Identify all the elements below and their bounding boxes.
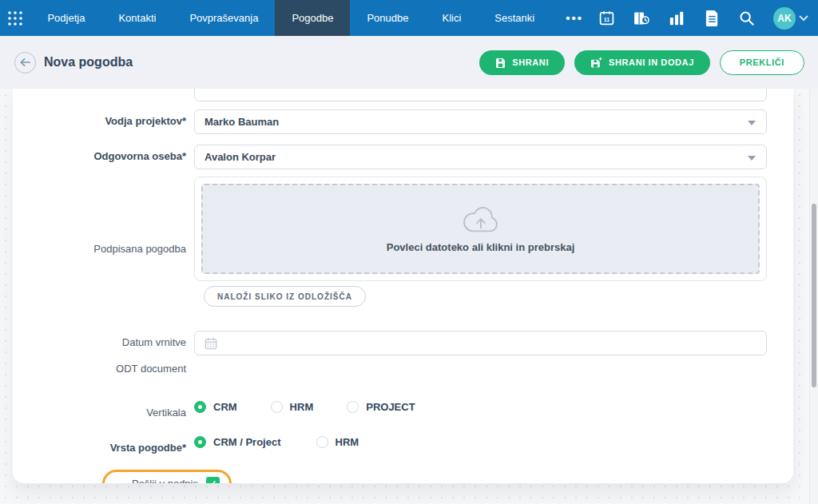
- vertical-option-hrm-label: HRM: [290, 401, 314, 413]
- radio-icon[interactable]: [347, 401, 359, 413]
- return-date-label: Datum vrnitve: [13, 336, 186, 349]
- send-to-signing-highlight: Pošlji v podpis ✓: [102, 470, 232, 483]
- signed-contract-label: Podpisana pogodba: [13, 243, 186, 256]
- vertical-option-project-label: PROJECT: [366, 401, 415, 413]
- scroll-area: Vodja projektov* Marko Bauman Odgovorna …: [0, 89, 818, 504]
- vertical-label: Vertikala: [13, 407, 186, 419]
- send-to-signing-checkbox[interactable]: ✓: [206, 477, 220, 483]
- cancel-button-label: PREKLIČI: [740, 58, 784, 67]
- save-button-label: SHRANI: [512, 58, 549, 67]
- vertical-option-crm-label: CRM: [213, 401, 237, 413]
- save-plus-icon: [590, 57, 602, 69]
- page-header: Nova pogodba SHRANI SHRANI IN DOD: [0, 36, 818, 89]
- tab-kontakti[interactable]: Kontakti: [101, 0, 173, 36]
- form-card: Vodja projektov* Marko Bauman Odgovorna …: [13, 89, 793, 483]
- search-icon[interactable]: [738, 10, 756, 27]
- tab-ponudbe[interactable]: Ponudbe: [350, 0, 425, 36]
- select-arrow-icon: [748, 156, 756, 161]
- save-and-add-button-label: SHRANI IN DODAJ: [609, 58, 694, 67]
- vertical-option-hrm[interactable]: HRM: [271, 401, 314, 413]
- cloud-upload-icon: [459, 204, 502, 236]
- upload-from-clipboard-button[interactable]: NALOŽI SLIKO IZ ODLOŽIŠČA: [204, 286, 366, 307]
- user-menu[interactable]: AK: [773, 7, 808, 30]
- tab-pogodbe[interactable]: Pogodbe: [275, 0, 350, 36]
- calendar-icon[interactable]: 11: [598, 10, 615, 27]
- save-and-add-button[interactable]: SHRANI IN DODAJ: [574, 50, 710, 75]
- project-manager-value: Marko Bauman: [204, 116, 279, 128]
- cancel-button[interactable]: PREKLIČI: [720, 50, 804, 75]
- app-window: Podjetja Kontakti Povpraševanja Pogodbe …: [0, 0, 818, 504]
- arrow-left-icon: [19, 58, 31, 67]
- save-icon: [495, 58, 506, 68]
- vertical-option-project[interactable]: PROJECT: [347, 401, 415, 413]
- dropzone-text: Povleci datoteko ali klikni in prebrskaj: [387, 241, 575, 253]
- clipped-input[interactable]: [194, 89, 767, 101]
- tab-klici[interactable]: Klici: [426, 0, 478, 36]
- file-dropzone[interactable]: Povleci datoteko ali klikni in prebrskaj: [201, 184, 760, 274]
- vertical-option-crm[interactable]: CRM: [194, 401, 237, 413]
- radio-selected-icon[interactable]: [194, 436, 206, 448]
- scrollbar-thumb[interactable]: [812, 204, 816, 387]
- project-manager-label: Vodja projektov*: [13, 115, 186, 128]
- chevron-down-icon: [799, 15, 808, 22]
- tab-podjetja[interactable]: Podjetja: [30, 0, 101, 36]
- radio-icon[interactable]: [271, 401, 283, 413]
- signed-contract-upload: Povleci datoteko ali klikni in prebrskaj: [194, 177, 767, 281]
- svg-text:11: 11: [603, 17, 610, 22]
- tab-povprasevanja[interactable]: Povpraševanja: [173, 0, 275, 36]
- avatar[interactable]: AK: [773, 7, 796, 30]
- odt-document-label: ODT document: [13, 363, 186, 375]
- contract-type-radio-group: CRM / Project HRM: [194, 436, 359, 448]
- vertical-radio-group: CRM HRM PROJECT: [194, 401, 415, 413]
- contract-type-option-crm-project[interactable]: CRM / Project: [194, 436, 281, 448]
- responsible-person-select[interactable]: Avalon Korpar: [194, 145, 767, 169]
- contract-type-option-hrm[interactable]: HRM: [316, 436, 359, 448]
- tab-sestanki[interactable]: Sestanki: [478, 0, 551, 36]
- header-actions: SHRANI SHRANI IN DODAJ PREKLIČI: [479, 50, 804, 75]
- page-title: Nova pogodba: [44, 55, 133, 69]
- back-button[interactable]: [14, 52, 36, 73]
- document-icon[interactable]: [703, 10, 721, 27]
- call-log-icon[interactable]: [633, 10, 650, 27]
- return-date-input[interactable]: [194, 331, 767, 355]
- top-navbar: Podjetja Kontakti Povpraševanja Pogodbe …: [0, 0, 818, 36]
- project-manager-select[interactable]: Marko Bauman: [194, 109, 767, 134]
- more-tabs-icon[interactable]: •••: [551, 0, 598, 36]
- bar-chart-icon[interactable]: [668, 10, 685, 27]
- select-arrow-icon: [748, 121, 756, 125]
- calendar-small-icon: [204, 337, 217, 350]
- responsible-person-value: Avalon Korpar: [204, 151, 276, 163]
- contract-type-option-hrm-label: HRM: [336, 436, 359, 448]
- contract-type-option-crm-project-label: CRM / Project: [213, 436, 281, 448]
- check-icon: ✓: [208, 479, 216, 484]
- apps-grid-icon[interactable]: [0, 0, 30, 36]
- vertical-scrollbar[interactable]: [809, 89, 818, 504]
- save-button[interactable]: SHRANI: [479, 50, 565, 75]
- contract-type-label: Vrsta pogodbe*: [13, 442, 186, 454]
- radio-selected-icon[interactable]: [194, 401, 206, 413]
- radio-icon[interactable]: [316, 436, 328, 448]
- responsible-person-label: Odgovorna oseba*: [13, 150, 186, 163]
- navbar-tools: 11: [598, 0, 818, 36]
- send-to-signing-label: Pošlji v podpis: [132, 478, 198, 483]
